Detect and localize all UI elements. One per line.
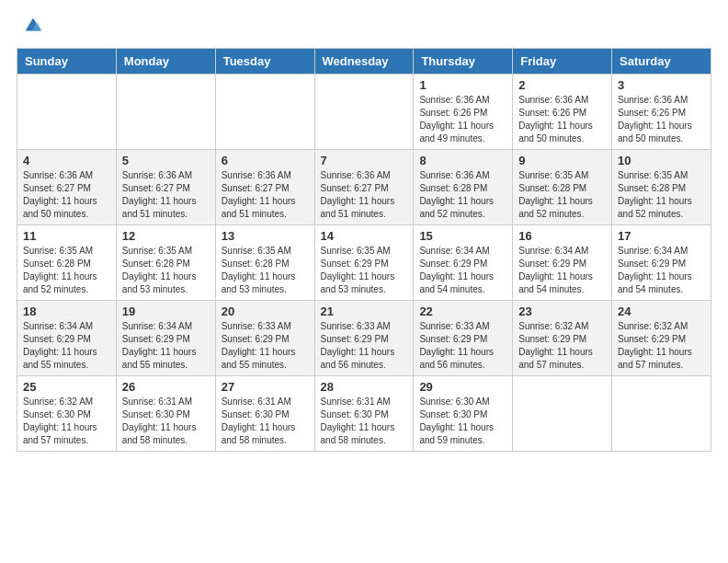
cell-day-number: 24 — [618, 304, 705, 318]
cell-day-number: 19 — [122, 304, 210, 318]
week-row-0: 1Sunrise: 6:36 AM Sunset: 6:26 PM Daylig… — [17, 75, 711, 150]
cell-info: Sunrise: 6:35 AM Sunset: 6:29 PM Dayligh… — [321, 245, 408, 296]
cell-day-number: 11 — [23, 229, 110, 243]
cell-info: Sunrise: 6:35 AM Sunset: 6:28 PM Dayligh… — [222, 245, 309, 296]
calendar-cell: 4Sunrise: 6:36 AM Sunset: 6:27 PM Daylig… — [17, 150, 117, 225]
calendar-cell: 11Sunrise: 6:35 AM Sunset: 6:28 PM Dayli… — [17, 225, 117, 301]
cell-info: Sunrise: 6:36 AM Sunset: 6:27 PM Dayligh… — [321, 169, 408, 221]
cell-info: Sunrise: 6:35 AM Sunset: 6:28 PM Dayligh… — [618, 169, 705, 221]
cell-day-number: 3 — [618, 78, 705, 92]
page: SundayMondayTuesdayWednesdayThursdayFrid… — [0, 0, 728, 563]
week-row-2: 11Sunrise: 6:35 AM Sunset: 6:28 PM Dayli… — [17, 225, 711, 301]
cell-info: Sunrise: 6:32 AM Sunset: 6:30 PM Dayligh… — [23, 396, 110, 447]
cell-info: Sunrise: 6:34 AM Sunset: 6:29 PM Dayligh… — [122, 320, 210, 372]
cell-info: Sunrise: 6:31 AM Sunset: 6:30 PM Dayligh… — [321, 396, 408, 447]
cell-info: Sunrise: 6:36 AM Sunset: 6:27 PM Dayligh… — [23, 169, 110, 221]
cell-info: Sunrise: 6:32 AM Sunset: 6:29 PM Dayligh… — [618, 320, 705, 372]
cell-info: Sunrise: 6:36 AM Sunset: 6:27 PM Dayligh… — [122, 169, 210, 221]
week-row-3: 18Sunrise: 6:34 AM Sunset: 6:29 PM Dayli… — [17, 301, 711, 376]
calendar-table: SundayMondayTuesdayWednesdayThursdayFrid… — [17, 48, 711, 452]
cell-info: Sunrise: 6:36 AM Sunset: 6:28 PM Dayligh… — [419, 169, 506, 221]
cell-day-number: 1 — [419, 78, 506, 92]
cell-info: Sunrise: 6:32 AM Sunset: 6:29 PM Dayligh… — [518, 320, 606, 372]
week-row-1: 4Sunrise: 6:36 AM Sunset: 6:27 PM Daylig… — [17, 150, 711, 225]
day-header-sunday: Sunday — [17, 49, 117, 75]
calendar-cell — [116, 75, 215, 150]
header — [17, 17, 711, 39]
cell-day-number: 5 — [122, 154, 210, 167]
calendar-cell: 7Sunrise: 6:36 AM Sunset: 6:27 PM Daylig… — [314, 150, 414, 225]
day-header-saturday: Saturday — [612, 49, 711, 75]
cell-day-number: 26 — [122, 380, 210, 394]
calendar-cell: 6Sunrise: 6:36 AM Sunset: 6:27 PM Daylig… — [215, 150, 314, 225]
calendar-cell — [215, 75, 314, 150]
cell-info: Sunrise: 6:36 AM Sunset: 6:27 PM Dayligh… — [222, 169, 309, 221]
cell-info: Sunrise: 6:35 AM Sunset: 6:28 PM Dayligh… — [518, 169, 606, 221]
cell-day-number: 7 — [321, 154, 408, 167]
cell-day-number: 8 — [419, 154, 506, 167]
calendar-cell — [314, 75, 414, 150]
day-header-friday: Friday — [513, 49, 612, 75]
cell-info: Sunrise: 6:31 AM Sunset: 6:30 PM Dayligh… — [222, 396, 309, 447]
cell-info: Sunrise: 6:36 AM Sunset: 6:26 PM Dayligh… — [618, 94, 705, 145]
cell-day-number: 25 — [23, 380, 110, 394]
cell-info: Sunrise: 6:36 AM Sunset: 6:26 PM Dayligh… — [518, 94, 606, 145]
calendar-cell — [612, 376, 711, 452]
calendar-cell: 1Sunrise: 6:36 AM Sunset: 6:26 PM Daylig… — [414, 75, 513, 150]
cell-info: Sunrise: 6:35 AM Sunset: 6:28 PM Dayligh… — [23, 245, 110, 296]
logo — [17, 17, 46, 39]
calendar-cell: 19Sunrise: 6:34 AM Sunset: 6:29 PM Dayli… — [116, 301, 215, 376]
cell-day-number: 2 — [518, 78, 606, 92]
calendar-cell: 3Sunrise: 6:36 AM Sunset: 6:26 PM Daylig… — [612, 75, 711, 150]
cell-info: Sunrise: 6:34 AM Sunset: 6:29 PM Dayligh… — [518, 245, 606, 296]
cell-info: Sunrise: 6:33 AM Sunset: 6:29 PM Dayligh… — [419, 320, 506, 372]
calendar-cell: 9Sunrise: 6:35 AM Sunset: 6:28 PM Daylig… — [513, 150, 612, 225]
cell-day-number: 29 — [419, 380, 506, 394]
calendar-cell: 8Sunrise: 6:36 AM Sunset: 6:28 PM Daylig… — [414, 150, 513, 225]
calendar-cell: 28Sunrise: 6:31 AM Sunset: 6:30 PM Dayli… — [314, 376, 414, 452]
calendar-cell: 23Sunrise: 6:32 AM Sunset: 6:29 PM Dayli… — [513, 301, 612, 376]
calendar-cell: 26Sunrise: 6:31 AM Sunset: 6:30 PM Dayli… — [116, 376, 215, 452]
cell-info: Sunrise: 6:33 AM Sunset: 6:29 PM Dayligh… — [321, 320, 408, 372]
calendar-cell: 29Sunrise: 6:30 AM Sunset: 6:30 PM Dayli… — [414, 376, 513, 452]
calendar-cell: 14Sunrise: 6:35 AM Sunset: 6:29 PM Dayli… — [314, 225, 414, 301]
cell-day-number: 12 — [122, 229, 210, 243]
day-header-wednesday: Wednesday — [314, 49, 414, 75]
cell-day-number: 27 — [222, 380, 309, 394]
cell-day-number: 28 — [321, 380, 408, 394]
calendar-cell: 20Sunrise: 6:33 AM Sunset: 6:29 PM Dayli… — [215, 301, 314, 376]
calendar-cell: 25Sunrise: 6:32 AM Sunset: 6:30 PM Dayli… — [17, 376, 117, 452]
day-header-thursday: Thursday — [414, 49, 513, 75]
cell-day-number: 16 — [518, 229, 606, 243]
calendar-cell: 24Sunrise: 6:32 AM Sunset: 6:29 PM Dayli… — [612, 301, 711, 376]
calendar-cell: 12Sunrise: 6:35 AM Sunset: 6:28 PM Dayli… — [116, 225, 215, 301]
header-row: SundayMondayTuesdayWednesdayThursdayFrid… — [17, 49, 711, 75]
calendar-cell: 2Sunrise: 6:36 AM Sunset: 6:26 PM Daylig… — [513, 75, 612, 150]
day-header-tuesday: Tuesday — [215, 49, 314, 75]
calendar-cell: 18Sunrise: 6:34 AM Sunset: 6:29 PM Dayli… — [17, 301, 117, 376]
cell-day-number: 23 — [518, 304, 606, 318]
calendar-cell — [513, 376, 612, 452]
cell-day-number: 22 — [419, 304, 506, 318]
calendar-cell: 17Sunrise: 6:34 AM Sunset: 6:29 PM Dayli… — [612, 225, 711, 301]
cell-info: Sunrise: 6:33 AM Sunset: 6:29 PM Dayligh… — [222, 320, 309, 372]
cell-info: Sunrise: 6:35 AM Sunset: 6:28 PM Dayligh… — [122, 245, 210, 296]
calendar-cell: 13Sunrise: 6:35 AM Sunset: 6:28 PM Dayli… — [215, 225, 314, 301]
calendar-cell: 27Sunrise: 6:31 AM Sunset: 6:30 PM Dayli… — [215, 376, 314, 452]
cell-day-number: 14 — [321, 229, 408, 243]
cell-day-number: 10 — [618, 154, 705, 167]
calendar-cell: 22Sunrise: 6:33 AM Sunset: 6:29 PM Dayli… — [414, 301, 513, 376]
calendar-cell: 10Sunrise: 6:35 AM Sunset: 6:28 PM Dayli… — [612, 150, 711, 225]
calendar-cell: 15Sunrise: 6:34 AM Sunset: 6:29 PM Dayli… — [414, 225, 513, 301]
logo-icon — [20, 13, 46, 39]
calendar-cell: 5Sunrise: 6:36 AM Sunset: 6:27 PM Daylig… — [116, 150, 215, 225]
cell-day-number: 13 — [222, 229, 309, 243]
cell-day-number: 20 — [222, 304, 309, 318]
cell-day-number: 4 — [23, 154, 110, 167]
cell-day-number: 21 — [321, 304, 408, 318]
cell-day-number: 9 — [518, 154, 606, 167]
calendar-cell — [17, 75, 117, 150]
week-row-4: 25Sunrise: 6:32 AM Sunset: 6:30 PM Dayli… — [17, 376, 711, 452]
cell-info: Sunrise: 6:34 AM Sunset: 6:29 PM Dayligh… — [23, 320, 110, 372]
calendar-cell: 16Sunrise: 6:34 AM Sunset: 6:29 PM Dayli… — [513, 225, 612, 301]
